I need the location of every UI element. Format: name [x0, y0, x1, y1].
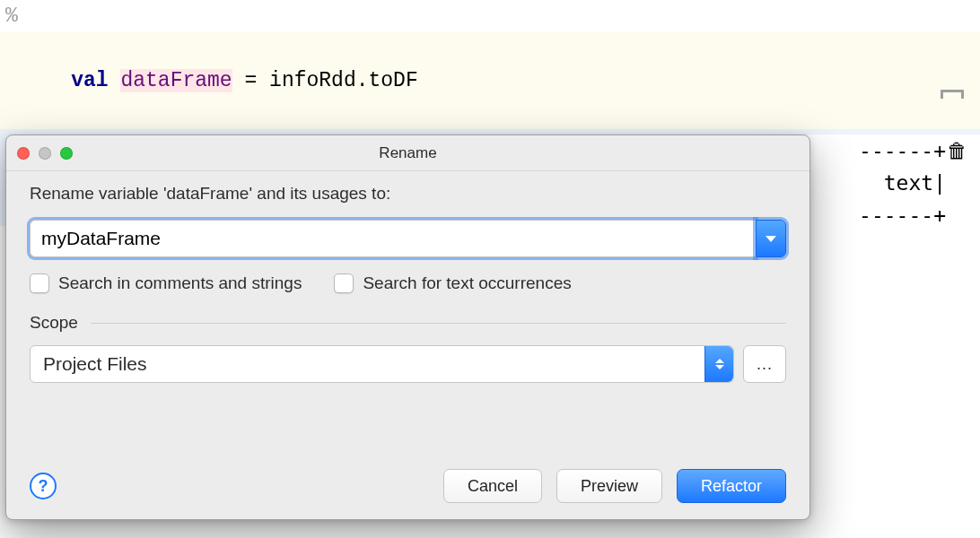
search-comments-option[interactable]: Search in comments and strings	[30, 273, 302, 293]
keyword-val: val	[71, 69, 108, 92]
collapse-bracket-icon	[941, 90, 964, 99]
search-text-option[interactable]: Search for text occurrences	[334, 273, 571, 293]
refactor-button[interactable]: Refactor	[677, 469, 786, 503]
dialog-body: Rename variable 'dataFrame' and its usag…	[6, 171, 809, 462]
rename-prompt: Rename variable 'dataFrame' and its usag…	[30, 184, 786, 204]
console-plus-top: +	[933, 139, 946, 162]
console-plus-bot: +	[933, 204, 946, 227]
percent-marker: %	[0, 0, 980, 32]
new-name-input[interactable]	[30, 220, 756, 257]
window-controls	[17, 135, 73, 171]
preview-button[interactable]: Preview	[556, 469, 662, 503]
dialog-title: Rename	[379, 144, 436, 162]
cancel-button[interactable]: Cancel	[443, 469, 542, 503]
code-rest-1: = infoRdd.toDF	[232, 69, 418, 92]
dialog-footer: ? Cancel Preview Refactor	[6, 462, 809, 519]
console-dash-top: ------	[859, 139, 933, 162]
help-button[interactable]: ?	[30, 473, 57, 499]
scope-label: Scope	[30, 313, 78, 333]
chevron-down-icon	[766, 236, 776, 242]
trash-icon[interactable]: 🗑	[947, 134, 967, 167]
rename-dialog: Rename Rename variable 'dataFrame' and i…	[5, 134, 810, 520]
minimize-icon	[39, 147, 51, 160]
close-icon[interactable]	[17, 147, 30, 160]
search-comments-label: Search in comments and strings	[58, 273, 302, 293]
scope-stepper[interactable]	[704, 346, 733, 382]
scope-select[interactable]: Project Files	[30, 345, 734, 383]
dialog-titlebar[interactable]: Rename	[6, 135, 809, 171]
chevron-down-icon	[715, 365, 724, 369]
chevron-up-icon	[715, 359, 724, 363]
scope-divider	[91, 323, 786, 324]
search-comments-checkbox[interactable]	[30, 273, 49, 293]
console-dash-bot: ------	[859, 204, 933, 227]
scope-value: Project Files	[43, 353, 147, 375]
zoom-icon[interactable]	[60, 147, 73, 160]
console-fragment: ------🗑+ text| ------+	[783, 134, 980, 231]
variable-highlight-1: dataFrame	[120, 69, 232, 92]
code-line-1[interactable]: val dataFrame = infoRdd.toDF	[0, 32, 980, 129]
search-text-label: Search for text occurrences	[363, 273, 571, 293]
scope-more-button[interactable]: ...	[743, 345, 786, 383]
search-text-checkbox[interactable]	[334, 273, 354, 293]
name-history-dropdown[interactable]	[756, 220, 786, 257]
